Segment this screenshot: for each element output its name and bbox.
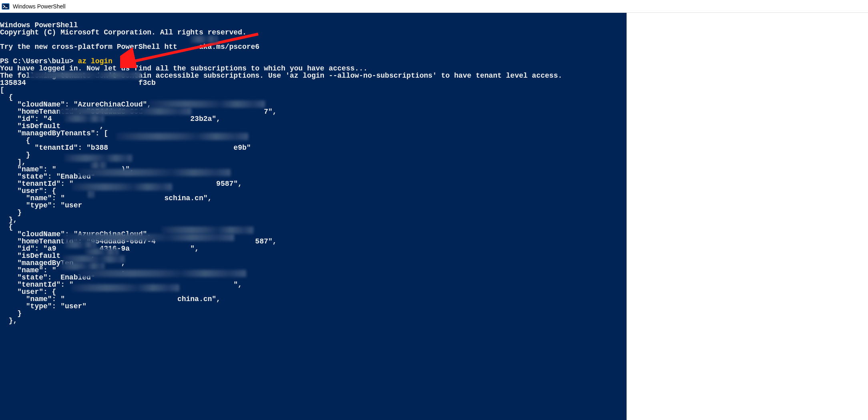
json-obj1-id: "id": "4 23b2a",: [0, 115, 221, 123]
terminal-pane[interactable]: Windows PowerShell Copyright (C) Microso…: [0, 13, 627, 420]
json-obj2-user-close: }: [0, 309, 22, 318]
json-obj1-mbt-close: }: [0, 151, 30, 159]
json-obj2-user-name: "name": " china.cn",: [0, 295, 221, 303]
json-obj1-user-key: "user": {: [0, 187, 56, 195]
window-title: Windows PowerShell: [13, 3, 66, 10]
redaction-obj2-home: [161, 227, 253, 234]
json-obj2-user-key: "user": {: [0, 288, 56, 296]
redaction-obj2-user-name: [71, 284, 179, 291]
redaction-partial-id: [29, 72, 141, 79]
terminal-login-msg: You have logged in. Now let us find all …: [0, 64, 368, 72]
json-obj1-cloudname: "cloudName": "AzureChinaCloud",: [0, 100, 151, 109]
terminal-promo: Try the new cross-platform PowerShell ht…: [0, 43, 259, 51]
redaction-url: [190, 36, 218, 43]
json-obj2-user-type: "type": "user": [0, 302, 86, 310]
redaction-obj1-state: [90, 162, 106, 169]
json-obj1-mbt-open: {: [0, 137, 30, 145]
json-obj2-close: },: [0, 317, 17, 325]
json-obj1-managedby: "managedByTenants": [: [0, 129, 108, 137]
json-obj2-open: {: [0, 223, 13, 231]
redaction-obj2-isdef: [64, 241, 96, 248]
json-obj1-isdefault: "isDefault ,: [0, 122, 104, 130]
terminal-command: az login: [78, 57, 112, 65]
terminal-partial-id: 135834 f3cb: [0, 79, 156, 87]
json-obj1-user-type: "type": "user: [0, 201, 82, 209]
redaction-obj2-name: [62, 255, 125, 263]
redaction-obj1-id: [59, 108, 191, 115]
json-obj1-user-name: "name": " schina.cn",: [0, 194, 212, 202]
redaction-obj2-tenantid: [78, 270, 246, 277]
json-obj1-open: {: [0, 93, 13, 101]
json-obj1-close: },: [0, 216, 17, 224]
json-obj1-mbt-close2: ],: [0, 158, 26, 166]
json-obj1-user-close: }: [0, 209, 22, 217]
terminal-header-2: Copyright (C) Microsoft Corporation. All…: [0, 28, 247, 36]
terminal-prompt: PS C:\Users\bulu>: [0, 57, 78, 65]
redaction-obj2-state: [60, 263, 104, 270]
powershell-icon: [2, 2, 10, 10]
json-array-open: [: [0, 86, 4, 94]
redaction-obj1-user-name: [72, 183, 172, 191]
redaction-obj1-isdef: [64, 115, 104, 122]
redaction-obj1-user-type: [87, 191, 94, 198]
redaction-obj2-id: [62, 234, 234, 241]
redaction-obj1-name: [64, 155, 132, 162]
terminal-header-1: Windows PowerShell: [0, 21, 78, 29]
json-obj1-mbt-tenantid: "tenantId": "b388 e9b": [0, 144, 251, 152]
svg-rect-0: [2, 3, 9, 9]
redaction-obj1-tenantid: [78, 169, 231, 176]
window-titlebar[interactable]: Windows PowerShell: [0, 0, 868, 13]
redaction-obj1-home: [149, 100, 265, 108]
redaction-obj2-mbt: [84, 248, 119, 255]
redaction-obj1-mbt-tid: [116, 133, 248, 140]
